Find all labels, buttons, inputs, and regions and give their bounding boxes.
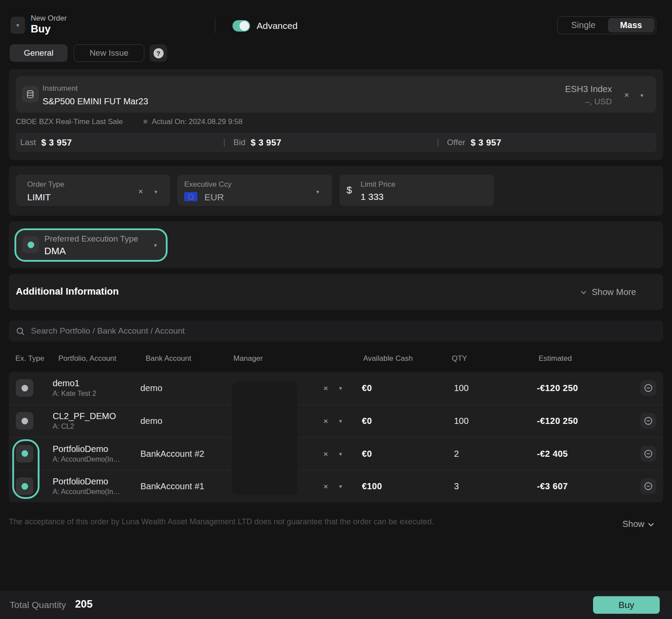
buy-button[interactable]: Buy [593,596,660,614]
qty-value[interactable]: 3 [454,481,459,491]
total-quantity-label: Total Quantity [10,600,66,610]
preferred-execution-value: DMA [44,245,66,257]
portfolio-name: demo1 [53,378,96,388]
eu-flag-icon [184,192,197,201]
tab-general[interactable]: General [10,44,68,62]
portfolio-name: PortfolioDemo [53,477,120,487]
question-mark-icon: ? [154,48,164,58]
toggle-knob [239,21,249,31]
instrument-chevron-icon[interactable]: ▾ [640,92,643,98]
instrument-clear-icon[interactable]: × [624,91,629,99]
executive-ccy-chevron-icon[interactable]: ▾ [316,189,319,195]
search-input[interactable] [31,326,657,336]
search-bar [9,320,663,342]
executive-ccy-label: Executive Ccy [184,180,232,189]
order-side-dropdown[interactable]: ▾ [11,17,25,34]
quote-bid: Bid $ 3 957 [233,133,282,152]
eu-stars [188,194,193,199]
manager-clear-icon[interactable]: × [323,384,328,392]
estimated-value: -€3 607 [537,481,568,491]
col-estimated: Estimated [539,354,572,363]
quote-offer: Offer $ 3 957 [447,133,501,152]
quote-divider: | [437,138,439,147]
col-manager: Manager [233,354,263,363]
tab-new-issue[interactable]: New Issue [74,44,144,62]
minus-circle-icon [643,481,653,491]
mode-option-single[interactable]: Single [559,18,608,32]
instrument-icon-box [22,86,39,103]
remove-row-button[interactable] [640,478,656,494]
coins-icon [25,89,35,99]
qty-value[interactable]: 100 [454,416,468,426]
table-row[interactable]: PortfolioDemo A: AccountDemo(In… BankAcc… [9,470,663,503]
instrument-field[interactable] [16,76,656,113]
col-available-cash: Available Cash [363,354,413,363]
remove-row-button[interactable] [640,380,656,396]
quote-bar: Last $ 3 957 | Bid $ 3 957 | Offer $ 3 9… [16,133,656,152]
minus-circle-icon [643,416,653,426]
help-button[interactable]: ? [150,44,167,62]
account-name: A: AccountDemo(In… [53,488,120,496]
portfolio-name: CL2_PF_DEMO [53,411,116,421]
col-qty: QTY [452,354,467,363]
chevron-down-icon: ▾ [16,22,19,28]
instrument-ticker-sub: –, USD [518,97,612,107]
limit-price-label: Limit Price [361,180,395,189]
quote-bid-value: $ 3 957 [250,138,281,148]
limit-price-value: 1 333 [361,192,384,202]
search-icon [16,327,25,336]
order-type-chevron-icon[interactable]: ▾ [154,189,157,195]
show-label: Show [622,519,644,529]
manager-clear-icon[interactable]: × [323,482,328,491]
bank-account: BankAccount #2 [140,448,204,459]
available-cash: €0 [362,383,372,393]
show-more-button[interactable]: Show More [580,287,636,297]
ex-type-dot-icon [21,418,28,424]
executive-ccy-value: EUR [204,192,224,203]
order-type-clear-icon[interactable]: × [138,187,143,196]
instrument-ticker: ESH3 Index [518,84,612,94]
available-cash: €0 [362,416,372,426]
manager-chevron-icon[interactable]: ▾ [339,451,342,456]
instrument-label: Instrument [43,84,78,93]
feed-separator-dot [143,120,147,124]
order-type-label: Order Type [27,180,64,189]
estimated-value: -€120 250 [537,383,578,393]
remove-row-button[interactable] [640,446,656,462]
header-divider [215,18,215,33]
qty-value[interactable]: 100 [454,383,468,393]
order-side-title: Buy [31,23,50,35]
ex-type-toggle[interactable] [16,379,33,397]
manager-clear-icon[interactable]: × [323,449,328,458]
disclaimer-text: The acceptance of this order by Luna Wea… [9,517,434,527]
advanced-label: Advanced [257,21,297,31]
advanced-toggle[interactable] [232,20,250,32]
account-name: A: AccountDemo(In… [53,455,120,463]
estimated-value: -€120 250 [537,416,578,426]
remove-row-button[interactable] [640,413,656,429]
chevron-down-icon [580,288,587,296]
manager-chevron-icon[interactable]: ▾ [339,484,342,489]
qty-value[interactable]: 2 [454,448,459,459]
feed-source: CBOE BZX Real-Time Last Sale [16,117,123,126]
account-name: A: CL2 [53,423,116,430]
ex-type-toggle[interactable] [16,412,33,430]
order-type-value: LIMIT [27,192,51,203]
instrument-name: S&P500 EMINI FUT Mar23 [43,96,148,107]
bank-account: demo [140,383,162,393]
executive-ccy-field[interactable] [177,174,332,206]
manager-clear-icon[interactable]: × [323,417,328,425]
new-order-label: New Order [31,14,67,23]
quote-last-value: $ 3 957 [41,138,72,148]
table-row[interactable]: demo1 A: Kate Test 2 demo × ▾ €0 100 -€1… [9,372,663,405]
allocations-table: demo1 A: Kate Test 2 demo × ▾ €0 100 -€1… [9,372,663,502]
col-ex-type: Ex. Type [15,354,44,363]
mode-option-mass[interactable]: Mass [608,18,654,32]
ex-type-dot-icon [21,385,28,391]
manager-chevron-icon[interactable]: ▾ [339,418,342,424]
show-disclaimer-button[interactable]: Show [622,519,655,529]
manager-chevron-icon[interactable]: ▾ [339,385,342,391]
preferred-execution-chevron-icon[interactable]: ▾ [154,242,157,248]
table-row[interactable]: CL2_PF_DEMO A: CL2 demo × ▾ €0 100 -€120… [9,405,663,438]
table-row[interactable]: PortfolioDemo A: AccountDemo(In… BankAcc… [9,437,663,470]
